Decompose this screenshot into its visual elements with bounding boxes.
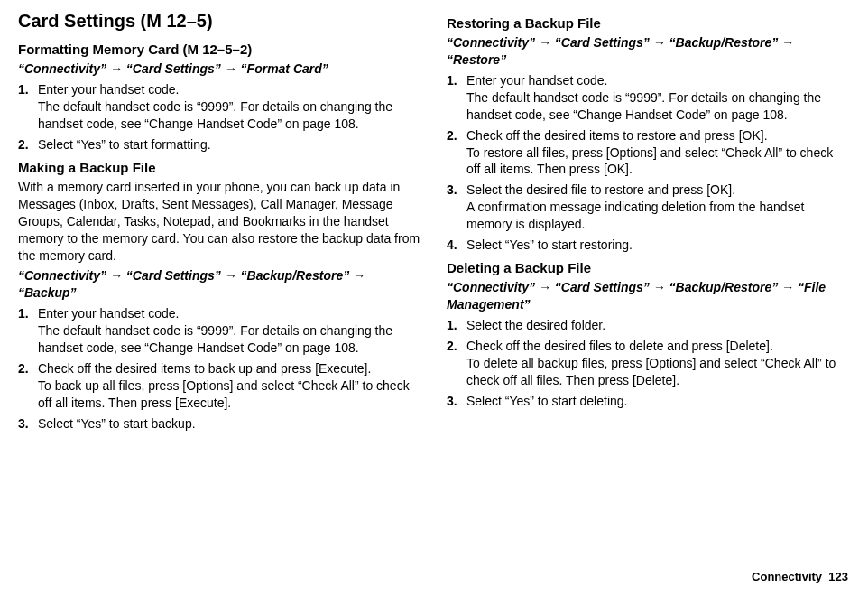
list-item: 1. Enter your handset code. The default …	[447, 72, 850, 124]
list-item: 2. Check off the desired items to restor…	[447, 127, 850, 179]
step-main: Select “Yes” to start restoring.	[466, 237, 633, 252]
list-item: 4. Select “Yes” to start restoring.	[447, 237, 850, 254]
step-number: 3.	[447, 393, 457, 410]
format-menu-code: (M 12–5–2)	[183, 42, 253, 57]
step-number: 2.	[18, 136, 29, 154]
step-sub: To restore all files, press [Options] an…	[466, 144, 850, 179]
step-main: Enter your handset code.	[38, 306, 179, 321]
backup-intro: With a memory card inserted in your phon…	[18, 179, 421, 264]
step-main: Enter your handset code.	[38, 82, 179, 97]
footer-page-number: 123	[828, 570, 848, 583]
backup-heading: Making a Backup File	[18, 159, 421, 177]
step-main: Enter your handset code.	[466, 73, 607, 88]
step-number: 2.	[18, 360, 29, 377]
delete-path: “Connectivity” → “Card Settings” → “Back…	[447, 279, 850, 313]
page-title: Card Settings (M 12–5)	[18, 9, 421, 33]
step-main: Check off the desired items to back up a…	[38, 361, 371, 376]
step-number: 2.	[447, 127, 457, 144]
step-sub: The default handset code is “9999”. For …	[466, 89, 850, 124]
step-number: 1.	[447, 317, 457, 334]
step-number: 4.	[447, 237, 457, 254]
restore-path: “Connectivity” → “Card Settings” → “Back…	[447, 34, 850, 69]
list-item: 2. Check off the desired items to back u…	[18, 360, 421, 412]
step-main: Check off the desired items to restore a…	[466, 128, 768, 143]
step-number: 3.	[447, 182, 457, 199]
step-main: Select the desired file to restore and p…	[466, 182, 735, 197]
list-item: 1. Enter your handset code. The default …	[18, 305, 421, 357]
list-item: 2. Select “Yes” to start formatting.	[18, 136, 421, 154]
left-column: Card Settings (M 12–5) Formatting Memory…	[18, 9, 421, 435]
step-main: Select “Yes” to start formatting.	[38, 137, 211, 152]
list-item: 1. Select the desired folder.	[447, 317, 850, 334]
restore-steps: 1. Enter your handset code. The default …	[447, 72, 850, 254]
format-path: “Connectivity” → “Card Settings” → “Form…	[18, 61, 421, 78]
step-number: 1.	[447, 72, 457, 89]
step-number: 2.	[447, 338, 457, 355]
step-sub: The default handset code is “9999”. For …	[38, 98, 421, 133]
delete-steps: 1. Select the desired folder. 2. Check o…	[447, 317, 850, 409]
list-item: 3. Select the desired file to restore an…	[447, 182, 850, 233]
list-item: 3. Select “Yes” to start deleting.	[447, 393, 850, 410]
list-item: 3. Select “Yes” to start backup.	[18, 415, 421, 433]
step-number: 1.	[18, 81, 29, 98]
step-main: Check off the desired files to delete an…	[466, 339, 773, 353]
step-sub: A confirmation message indicating deleti…	[466, 199, 850, 233]
page-footer: Connectivity 123	[752, 569, 848, 585]
step-main: Select “Yes” to start deleting.	[466, 394, 627, 408]
step-number: 3.	[18, 415, 29, 433]
backup-steps: 1. Enter your handset code. The default …	[18, 305, 421, 432]
step-sub: The default handset code is “9999”. For …	[38, 322, 421, 357]
backup-path: “Connectivity” → “Card Settings” → “Back…	[18, 267, 421, 302]
step-main: Select “Yes” to start backup.	[38, 416, 196, 431]
format-steps: 1. Enter your handset code. The default …	[18, 81, 421, 154]
step-sub: To delete all backup files, press [Optio…	[466, 355, 850, 389]
list-item: 2. Check off the desired files to delete…	[447, 338, 850, 389]
delete-heading: Deleting a Backup File	[447, 259, 850, 277]
right-column: Restoring a Backup File “Connectivity” →…	[447, 9, 850, 435]
list-item: 1. Enter your handset code. The default …	[18, 81, 421, 133]
format-heading-text: Formatting Memory Card	[18, 42, 179, 57]
step-sub: To back up all files, press [Options] an…	[38, 377, 421, 412]
restore-heading: Restoring a Backup File	[447, 14, 850, 33]
footer-section: Connectivity	[752, 570, 822, 583]
step-main: Select the desired folder.	[466, 318, 605, 332]
step-number: 1.	[18, 305, 29, 322]
format-heading: Formatting Memory Card (M 12–5–2)	[18, 41, 421, 59]
